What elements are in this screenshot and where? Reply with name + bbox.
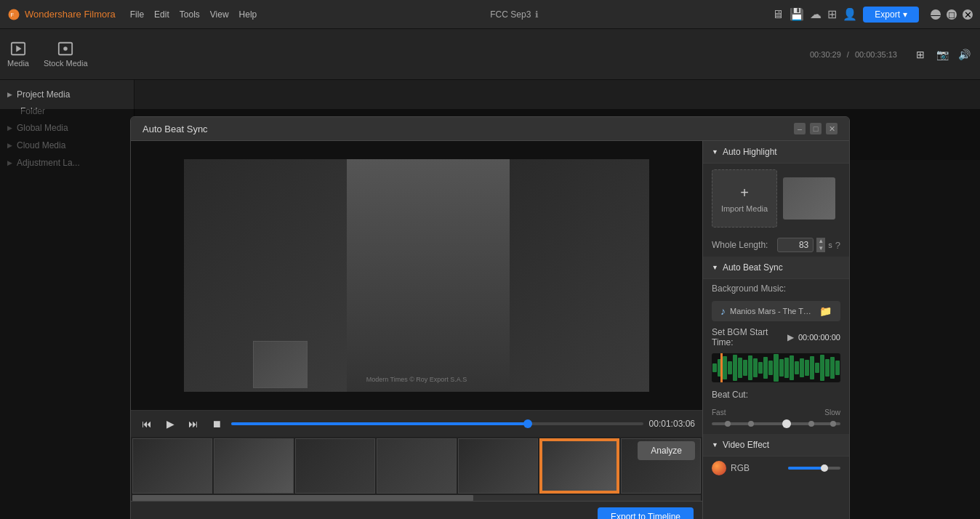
beat-cut-track bbox=[712, 422, 840, 425]
cloud-icon[interactable]: ☁ bbox=[810, 7, 822, 21]
menu-tools[interactable]: Tools bbox=[180, 9, 200, 20]
preview-audio-btn[interactable]: 🔊 bbox=[955, 46, 973, 63]
waveform-bar bbox=[768, 361, 773, 375]
video-effect-label: Video Effect bbox=[723, 440, 769, 450]
monitor-icon: 🖥 bbox=[772, 8, 784, 21]
toolbar-media[interactable]: Media bbox=[7, 41, 29, 68]
auto-highlight-header[interactable]: ▼ Auto Highlight bbox=[703, 141, 849, 164]
preview-fit-btn[interactable]: ⊞ bbox=[912, 46, 929, 63]
whole-length-row: Whole Length: ▲ ▼ s ? bbox=[703, 233, 849, 257]
unit-label: s bbox=[828, 241, 832, 249]
playback-slider[interactable] bbox=[231, 422, 643, 425]
svg-text:F: F bbox=[11, 12, 15, 18]
preview-camera-btn[interactable]: 📷 bbox=[933, 46, 951, 63]
topbar: F Wondershare Filmora File Edit Tools Vi… bbox=[0, 0, 980, 29]
waveform-bar bbox=[763, 357, 768, 379]
app-logo: F Wondershare Filmora bbox=[7, 8, 116, 21]
svg-point-5 bbox=[63, 47, 68, 51]
rgb-slider[interactable] bbox=[788, 467, 841, 470]
preview-time-area: 00:30:29 / 00:00:35:13 bbox=[810, 50, 897, 59]
save-icon[interactable]: 💾 bbox=[790, 7, 804, 21]
bgm-play-button[interactable]: ▶ bbox=[787, 332, 794, 342]
play-button[interactable]: ▶ bbox=[161, 415, 179, 432]
waveform-bar bbox=[774, 354, 778, 382]
spin-down-button[interactable]: ▼ bbox=[816, 245, 825, 252]
beat-cut-slow-label: Slow bbox=[824, 409, 840, 417]
music-icon: ♪ bbox=[720, 305, 726, 317]
svg-marker-3 bbox=[16, 45, 21, 52]
dialog-maximize-button[interactable]: □ bbox=[810, 123, 822, 134]
waveform-bar bbox=[815, 363, 819, 373]
import-media-button[interactable]: + Import Media bbox=[712, 169, 777, 228]
main-area: ▶ Project Media Folder ▶ Global Media ▶ … bbox=[0, 80, 980, 519]
import-label: Import Media bbox=[721, 204, 768, 213]
dialog-overlay: Auto Beat Sync – □ ✕ bbox=[0, 109, 980, 519]
user-icon[interactable]: 👤 bbox=[843, 7, 857, 21]
menu-view[interactable]: View bbox=[210, 9, 229, 20]
bgm-track-row: ♪ Manios Mars - The Tunning.m... 📁 bbox=[712, 301, 840, 321]
dialog-close-button[interactable]: ✕ bbox=[826, 123, 838, 134]
menu-file[interactable]: File bbox=[130, 9, 144, 20]
minimize-button[interactable]: — bbox=[931, 9, 941, 20]
menu-help[interactable]: Help bbox=[239, 9, 257, 20]
maximize-button[interactable]: □ bbox=[947, 9, 957, 20]
export-label: Export bbox=[875, 9, 900, 20]
beat-marker-2 bbox=[748, 421, 754, 427]
grid-icon[interactable]: ⊞ bbox=[827, 7, 837, 21]
dialog-minimize-button[interactable]: – bbox=[794, 123, 806, 134]
close-button[interactable]: ✕ bbox=[963, 9, 973, 20]
export-to-timeline-button[interactable]: Export to Timeline bbox=[598, 507, 694, 519]
beat-thumb[interactable] bbox=[782, 419, 791, 428]
beat-cut-slider[interactable] bbox=[712, 418, 840, 430]
beat-cut-row: Beat Cut: bbox=[703, 385, 849, 404]
spin-up-button[interactable]: ▲ bbox=[816, 238, 825, 245]
window-controls: — □ ✕ bbox=[931, 9, 973, 20]
waveform-bar bbox=[779, 359, 784, 377]
analyze-btn-container: Analyze bbox=[638, 441, 695, 460]
thumb-6-active bbox=[539, 438, 619, 494]
help-icon[interactable]: ? bbox=[835, 240, 840, 251]
waveform-bar bbox=[748, 355, 752, 380]
waveform-bar bbox=[835, 361, 840, 375]
auto-beat-sync-header[interactable]: ▼ Auto Beat Sync bbox=[703, 257, 849, 279]
waveform-bar bbox=[753, 358, 758, 377]
menu-edit[interactable]: Edit bbox=[154, 9, 169, 20]
bgm-name: Manios Mars - The Tunning.m... bbox=[730, 307, 815, 315]
skip-back-button[interactable]: ⏮ bbox=[138, 415, 156, 432]
fcc-label: FCC Sep3 ℹ bbox=[490, 9, 539, 20]
sidebar-project-media-label: Project Media bbox=[17, 89, 70, 100]
analyze-button[interactable]: Analyze bbox=[638, 441, 695, 460]
video-effect-header[interactable]: ▼ Video Effect bbox=[703, 434, 849, 456]
sidebar-item-project-media[interactable]: ▶ Project Media bbox=[0, 86, 134, 103]
waveform-container[interactable] bbox=[712, 353, 840, 382]
beat-marker-3 bbox=[808, 421, 814, 427]
spin-buttons: ▲ ▼ bbox=[816, 238, 825, 252]
open-folder-button[interactable]: 📁 bbox=[819, 305, 832, 317]
waveform-bar bbox=[733, 355, 737, 381]
waveform-start-marker bbox=[720, 353, 723, 382]
skip-forward-button[interactable]: ⏭ bbox=[185, 415, 202, 432]
whole-length-input-group: ▲ ▼ s ? bbox=[777, 238, 840, 252]
dialog-window-buttons: – □ ✕ bbox=[794, 123, 838, 134]
thumb-5 bbox=[458, 438, 538, 494]
topbar-right: 🖥 💾 ☁ ⊞ 👤 Export ▾ — □ ✕ bbox=[772, 7, 973, 23]
toolbar2: Media Stock Media 00:30:29 / 00:00:35:13… bbox=[0, 29, 980, 80]
timeline-scrub[interactable] bbox=[132, 495, 701, 501]
auto-beat-sync-dialog: Auto Beat Sync – □ ✕ bbox=[130, 116, 850, 519]
toolbar-stock-media[interactable]: Stock Media bbox=[44, 41, 88, 68]
whole-length-input[interactable] bbox=[777, 238, 814, 252]
export-button[interactable]: Export ▾ bbox=[863, 7, 919, 23]
thumb-3 bbox=[295, 438, 375, 494]
plus-icon: + bbox=[740, 185, 749, 201]
video-panel: Modern Times © Roy Export S.A.S ⏮ ▶ ⏭ ⏹ bbox=[131, 141, 703, 519]
preview-controls: ⊞ 📷 🔊 bbox=[912, 46, 973, 63]
import-media-area: + Import Media bbox=[703, 164, 849, 233]
dialog-titlebar: Auto Beat Sync – □ ✕ bbox=[131, 117, 849, 141]
bgm-time-value: 00:00:00:00 bbox=[798, 333, 840, 342]
dialog-footer: Export to Timeline bbox=[131, 501, 702, 519]
thumb-2 bbox=[214, 438, 294, 494]
bgm-label-row: Background Music: bbox=[703, 279, 849, 298]
auto-highlight-label: Auto Highlight bbox=[723, 147, 777, 157]
waveform-bar bbox=[784, 358, 789, 378]
stop-button[interactable]: ⏹ bbox=[208, 415, 225, 432]
